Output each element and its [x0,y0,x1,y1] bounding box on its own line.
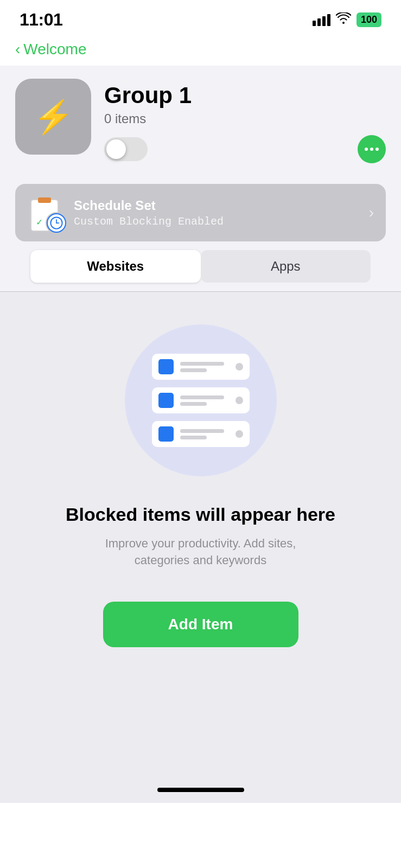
enable-toggle[interactable] [104,137,148,161]
empty-state-subtitle: Improve your productivity. Add sites, ca… [87,535,315,569]
schedule-subtitle: Custom Blocking Enabled [74,215,224,228]
schedule-card[interactable]: ✓ Schedule Set Custom Blocki [15,184,386,241]
toggle-knob [106,139,126,159]
list-mockup [152,354,250,447]
battery-indicator: 100 [357,12,381,27]
schedule-text: Schedule Set Custom Blocking Enabled [74,198,224,228]
controls-row [104,135,386,174]
status-bar: 11:01 100 [0,0,401,35]
empty-state-title: Blocked items will appear here [66,503,335,526]
status-time: 11:01 [20,10,62,30]
signal-icon [313,14,330,26]
add-item-button[interactable]: Add Item [103,602,298,647]
schedule-chevron-icon: › [369,204,374,221]
header-section: ⚡ Group 1 0 items [0,66,401,291]
more-options-button[interactable] [358,135,386,163]
group-info-row: ⚡ Group 1 0 items [15,79,386,174]
schedule-left: ✓ Schedule Set Custom Blocki [27,194,224,232]
list-row [152,387,250,413]
nav-back[interactable]: ‹ Welcome [0,35,401,66]
main-content: Blocked items will appear here Improve y… [0,292,401,780]
home-bar [157,788,244,792]
back-label: Welcome [23,41,86,58]
group-name: Group 1 [104,83,386,108]
list-row [152,354,250,380]
schedule-title: Schedule Set [74,198,224,213]
list-row [152,421,250,447]
tab-apps[interactable]: Apps [201,250,371,283]
back-chevron-icon: ‹ [15,41,20,58]
wifi-icon [336,12,351,28]
empty-illustration [125,324,277,476]
checkmark-icon: ✓ [36,217,43,227]
home-indicator [0,780,401,803]
tab-websites[interactable]: Websites [30,250,201,283]
tabs-container: Websites Apps [15,241,386,291]
group-icon: ⚡ [15,79,91,155]
lightning-icon: ⚡ [33,98,74,136]
status-icons: 100 [313,12,381,28]
schedule-icon: ✓ [27,194,65,232]
group-items-count: 0 items [104,111,386,126]
